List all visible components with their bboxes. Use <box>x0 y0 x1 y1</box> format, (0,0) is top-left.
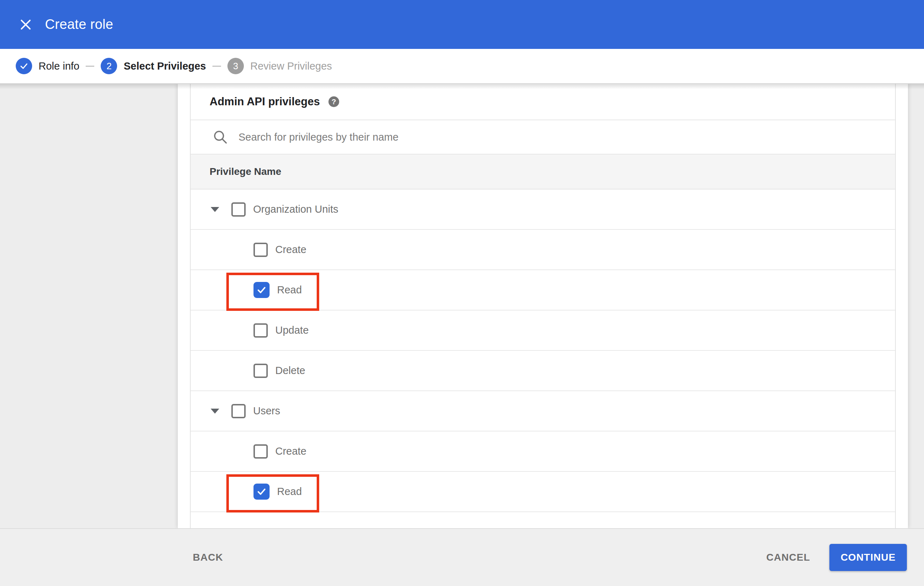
highlight-annotation <box>226 474 319 512</box>
privilege-label: Read <box>277 284 302 296</box>
privilege-row-ou-read: Read <box>191 270 895 311</box>
cancel-button[interactable]: CANCEL <box>762 545 813 570</box>
checkmark-icon <box>256 486 267 497</box>
step-upcoming-circle: 3 <box>228 58 244 74</box>
privilege-label: Delete <box>275 365 305 377</box>
table-row-partial <box>191 512 895 528</box>
checkbox-users-create[interactable] <box>254 444 268 459</box>
privilege-label: Organization Units <box>253 203 338 215</box>
step-complete-circle <box>16 58 32 74</box>
checkbox-ou-create[interactable] <box>254 243 268 257</box>
dialog-footer: BACK CANCEL CONTINUE <box>0 528 924 586</box>
create-role-dialog: Create role Role info 2 Select Privilege… <box>0 0 924 586</box>
step-label: Role info <box>38 60 79 72</box>
step-select-privileges[interactable]: 2 Select Privileges <box>101 58 206 74</box>
continue-button[interactable]: CONTINUE <box>829 544 907 571</box>
checkbox-ou-delete[interactable] <box>254 364 268 378</box>
checkbox-ou-update[interactable] <box>254 323 268 337</box>
dialog-content: Admin API privileges ? Privilege Name Or… <box>0 84 924 528</box>
checkbox-users[interactable] <box>231 404 246 418</box>
privilege-row-organization-units: Organization Units <box>191 189 895 230</box>
checkmark-icon <box>256 285 267 296</box>
checkbox-organization-units[interactable] <box>231 202 246 217</box>
step-connector <box>213 66 221 67</box>
footer-actions: CANCEL CONTINUE <box>762 544 907 571</box>
privilege-label: Update <box>275 324 309 336</box>
dialog-header: Create role <box>0 0 924 49</box>
search-input[interactable] <box>238 131 810 143</box>
privilege-search-row <box>191 120 895 155</box>
step-review-privileges[interactable]: 3 Review Privileges <box>228 58 332 74</box>
back-button[interactable]: BACK <box>189 545 227 570</box>
privilege-label: Users <box>253 405 280 417</box>
page-title: Create role <box>45 17 113 32</box>
collapse-triangle-icon[interactable] <box>211 409 219 414</box>
section-title-row: Admin API privileges ? <box>191 84 895 120</box>
step-label: Select Privileges <box>124 60 206 72</box>
step-label: Review Privileges <box>250 60 332 72</box>
checkbox-users-read-checked[interactable] <box>254 484 269 500</box>
close-icon <box>19 18 33 31</box>
admin-api-privileges-card: Admin API privileges ? Privilege Name Or… <box>190 84 896 528</box>
privilege-row-ou-delete: Delete <box>191 351 895 391</box>
privilege-row-ou-update: Update <box>191 311 895 351</box>
checkbox-ou-read-checked[interactable] <box>254 282 269 298</box>
help-icon[interactable]: ? <box>328 96 339 107</box>
step-connector <box>86 66 94 67</box>
column-header-privilege-name: Privilege Name <box>210 166 281 177</box>
search-icon <box>212 129 228 145</box>
step-number: 2 <box>106 61 111 72</box>
step-current-circle: 2 <box>101 58 117 74</box>
help-glyph: ? <box>332 97 336 106</box>
table-header-row: Privilege Name <box>191 155 895 189</box>
check-icon <box>19 61 29 71</box>
close-button[interactable] <box>15 14 36 35</box>
privilege-row-users-create: Create <box>191 431 895 472</box>
privilege-row-ou-create: Create <box>191 230 895 270</box>
step-role-info[interactable]: Role info <box>16 58 79 74</box>
section-title: Admin API privileges <box>210 95 320 108</box>
privilege-row-users: Users <box>191 391 895 431</box>
privilege-row-users-read: Read <box>191 472 895 512</box>
highlight-annotation <box>226 273 319 311</box>
privilege-label: Create <box>275 445 306 457</box>
wizard-stepper: Role info 2 Select Privileges 3 Review P… <box>0 49 924 84</box>
privilege-label: Create <box>275 244 306 255</box>
privilege-label: Read <box>277 486 302 497</box>
step-number: 3 <box>233 61 238 72</box>
collapse-triangle-icon[interactable] <box>211 207 219 212</box>
